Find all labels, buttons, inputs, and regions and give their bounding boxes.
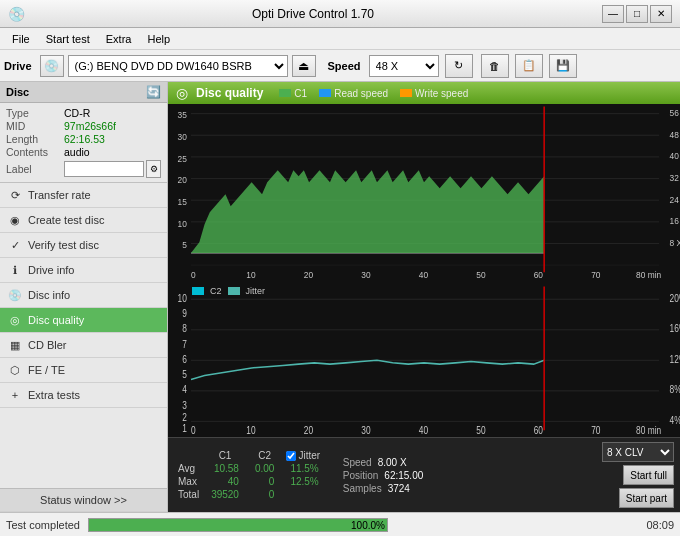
clv-speed-select[interactable]: 8 X CLV: [602, 442, 674, 462]
svg-text:1: 1: [182, 423, 187, 434]
save-button[interactable]: 💾: [549, 54, 577, 78]
menu-extra[interactable]: Extra: [98, 31, 140, 47]
disc-info-label: Disc info: [28, 289, 70, 301]
max-c1: 40: [203, 475, 247, 488]
sidebar-item-cd-bler[interactable]: ▦ CD Bler: [0, 333, 167, 358]
max-jitter: 12.5%: [282, 475, 326, 488]
chart-legend: C1 Read speed Write speed: [279, 88, 468, 99]
sidebar-item-disc-info[interactable]: 💿 Disc info: [0, 283, 167, 308]
svg-text:70: 70: [591, 426, 600, 437]
avg-c2: 0.00: [247, 462, 282, 475]
svg-text:20%: 20%: [670, 293, 680, 304]
start-full-button[interactable]: Start full: [623, 465, 674, 485]
svg-text:4: 4: [182, 385, 187, 396]
status-text: Test completed: [6, 519, 80, 531]
minimize-button[interactable]: —: [602, 5, 624, 23]
jitter-checkbox[interactable]: [286, 451, 296, 461]
svg-text:0: 0: [191, 426, 196, 437]
drive-info-icon: ℹ: [8, 263, 22, 277]
progress-label: 100.0%: [351, 520, 385, 531]
sidebar-item-disc-quality[interactable]: ◎ Disc quality: [0, 308, 167, 333]
contents-label: Contents: [6, 146, 64, 158]
content-area: ◎ Disc quality C1 Read speed Write speed: [168, 82, 680, 512]
svg-text:8 X: 8 X: [670, 237, 680, 248]
bottom-chart-svg: 10 9 8 7 6 5 4 3 2 1 20% 16% 12% 8% 4%: [168, 284, 680, 437]
main-layout: Disc 🔄 Type CD-R MID 97m26s66f Length 62…: [0, 82, 680, 512]
avg-c1: 10.58: [203, 462, 247, 475]
sidebar-item-transfer-rate[interactable]: ⟳ Transfer rate: [0, 183, 167, 208]
legend-read-speed-label: Read speed: [334, 88, 388, 99]
drive-info-label: Drive info: [28, 264, 74, 276]
status-bar: Test completed 100.0% 08:09: [0, 512, 680, 536]
menu-help[interactable]: Help: [139, 31, 178, 47]
svg-text:30: 30: [361, 270, 370, 281]
title-bar: 💿 Opti Drive Control 1.70 — □ ✕: [0, 0, 680, 28]
svg-text:10: 10: [246, 426, 255, 437]
svg-text:60: 60: [534, 426, 543, 437]
length-value: 62:16.53: [64, 133, 105, 145]
sidebar-item-fe-te[interactable]: ⬡ FE / TE: [0, 358, 167, 383]
svg-text:32 X: 32 X: [670, 172, 680, 183]
sidebar-item-drive-info[interactable]: ℹ Drive info: [0, 258, 167, 283]
drive-icon-btn[interactable]: 💿: [40, 55, 64, 77]
drive-select[interactable]: (G:) BENQ DVD DD DW1640 BSRB: [68, 55, 288, 77]
svg-text:40: 40: [419, 270, 428, 281]
samples-stat-value: 3724: [388, 483, 410, 494]
mid-label: MID: [6, 120, 64, 132]
copy-button[interactable]: 📋: [515, 54, 543, 78]
svg-text:30: 30: [361, 426, 370, 437]
cd-bler-icon: ▦: [8, 338, 22, 352]
total-c1: 39520: [203, 488, 247, 501]
svg-text:5: 5: [182, 240, 187, 251]
svg-text:80 min: 80 min: [636, 270, 661, 281]
disc-quality-title: Disc quality: [196, 86, 263, 100]
max-c2: 0: [247, 475, 282, 488]
top-chart-svg: 35 30 25 20 15 10 5 56 X 48 X 40 X 32 X …: [168, 104, 680, 284]
svg-text:15: 15: [178, 196, 187, 207]
close-button[interactable]: ✕: [650, 5, 672, 23]
status-window-button[interactable]: Status window >>: [0, 488, 167, 512]
label-edit-btn[interactable]: ⚙: [146, 160, 161, 178]
start-part-button[interactable]: Start part: [619, 488, 674, 508]
svg-text:10: 10: [246, 270, 255, 281]
refresh-button[interactable]: ↻: [445, 54, 473, 78]
transfer-rate-icon: ⟳: [8, 188, 22, 202]
menu-bar: File Start test Extra Help: [0, 28, 680, 50]
position-stat-value: 62:15.00: [384, 470, 423, 481]
legend-read-speed-color: [319, 89, 331, 97]
sidebar-item-create-test-disc[interactable]: ◉ Create test disc: [0, 208, 167, 233]
menu-file[interactable]: File: [4, 31, 38, 47]
legend-c1-label: C1: [294, 88, 307, 99]
create-test-disc-label: Create test disc: [28, 214, 104, 226]
label-input[interactable]: [64, 161, 144, 177]
avg-jitter: 11.5%: [282, 462, 326, 475]
sidebar: Disc 🔄 Type CD-R MID 97m26s66f Length 62…: [0, 82, 168, 512]
avg-label: Avg: [174, 462, 203, 475]
speed-select[interactable]: 48 X: [369, 55, 439, 77]
svg-text:6: 6: [182, 354, 187, 365]
fe-te-icon: ⬡: [8, 363, 22, 377]
speed-label: Speed: [328, 60, 361, 72]
window-title: Opti Drive Control 1.70: [24, 7, 602, 21]
menu-start-test[interactable]: Start test: [38, 31, 98, 47]
disc-quality-label: Disc quality: [28, 314, 84, 326]
stats-header-empty: [174, 449, 203, 462]
sidebar-item-extra-tests[interactable]: + Extra tests: [0, 383, 167, 408]
type-label: Type: [6, 107, 64, 119]
eject-button[interactable]: ⏏: [292, 55, 316, 77]
title-buttons: — □ ✕: [602, 5, 672, 23]
sidebar-item-verify-test-disc[interactable]: ✓ Verify test disc: [0, 233, 167, 258]
label-label: Label: [6, 163, 64, 175]
jitter-label: Jitter: [298, 450, 320, 461]
svg-text:56 X: 56 X: [670, 107, 680, 118]
action-panel: 8 X CLV Start full Start part: [602, 442, 674, 508]
erase-button[interactable]: 🗑: [481, 54, 509, 78]
disc-refresh-icon[interactable]: 🔄: [146, 85, 161, 99]
extra-tests-label: Extra tests: [28, 389, 80, 401]
svg-text:25: 25: [178, 153, 187, 164]
svg-text:16%: 16%: [670, 324, 680, 335]
jitter-legend-color: [228, 287, 240, 295]
stats-c1-header: C1: [203, 449, 247, 462]
app-icon: 💿: [8, 6, 24, 22]
restore-button[interactable]: □: [626, 5, 648, 23]
